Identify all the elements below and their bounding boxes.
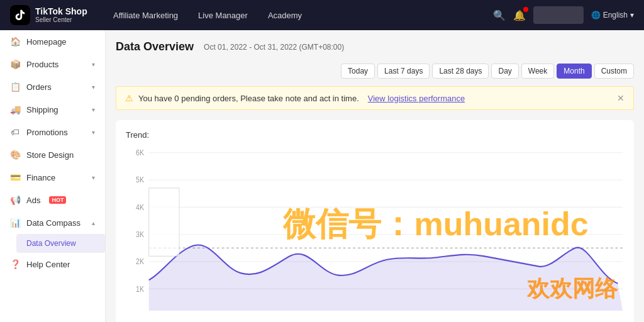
- shipping-chevron: ▾: [92, 106, 95, 113]
- nav-live-manager[interactable]: Live Manager: [198, 8, 248, 23]
- promotions-icon: 🏷: [10, 127, 20, 137]
- sidebar-item-help-center[interactable]: ❓ Help Center: [0, 253, 105, 275]
- svg-text:6K: 6K: [136, 148, 144, 157]
- logo-line2: Seller Center: [35, 16, 87, 24]
- data-compass-icon: 📊: [10, 218, 20, 228]
- nav-links: Affiliate Marketing Live Manager Academy: [113, 8, 478, 23]
- nav-affiliate-marketing[interactable]: Affiliate Marketing: [113, 8, 178, 23]
- sidebar-item-data-compass[interactable]: 📊 Data Compass ▴: [0, 211, 105, 234]
- alert-link[interactable]: View logistics performance: [368, 94, 465, 103]
- chart-container: Trend: 6K 5K 4K 3K 2K 1K: [116, 120, 634, 322]
- finance-icon: 💳: [10, 172, 20, 182]
- logo-line1: TikTok Shop: [35, 6, 87, 17]
- nav-academy[interactable]: Academy: [268, 8, 302, 23]
- sidebar-item-store-design[interactable]: 🎨 Store Design: [0, 143, 105, 166]
- chart-label: Trend:: [126, 130, 624, 140]
- ads-icon: 📢: [10, 195, 20, 205]
- nav-right: 🔍 🔔 🌐 English ▾: [493, 6, 634, 24]
- data-compass-chevron: ▴: [92, 219, 95, 226]
- sidebar-item-ads[interactable]: 📢 Ads HOT: [0, 189, 105, 211]
- orders-icon: 📋: [10, 82, 20, 92]
- time-btn-today[interactable]: Today: [341, 64, 375, 79]
- store-design-icon: 🎨: [10, 150, 20, 160]
- svg-text:1K: 1K: [136, 285, 144, 293]
- sidebar-item-promotions[interactable]: 🏷 Promotions ▾: [0, 121, 105, 143]
- time-btn-last7[interactable]: Last 7 days: [377, 64, 430, 79]
- products-chevron: ▾: [92, 61, 95, 68]
- products-icon: 📦: [10, 59, 20, 69]
- data-compass-submenu: Data Overview: [0, 234, 105, 253]
- time-filters: Today Last 7 days Last 28 days Day Week …: [341, 64, 634, 79]
- sidebar-item-orders[interactable]: 📋 Orders ▾: [0, 75, 105, 98]
- svg-text:5K: 5K: [136, 176, 144, 184]
- finance-chevron: ▾: [92, 174, 95, 181]
- trend-chart: 6K 5K 4K 3K 2K 1K: [126, 147, 624, 311]
- time-btn-month[interactable]: Month: [557, 64, 591, 79]
- home-icon: 🏠: [10, 36, 20, 47]
- ads-hot-badge: HOT: [49, 196, 66, 204]
- svg-text:4K: 4K: [136, 203, 144, 211]
- alert-icon: ⚠: [125, 93, 133, 103]
- svg-text:3K: 3K: [136, 230, 144, 238]
- time-btn-day[interactable]: Day: [491, 64, 518, 79]
- notification-icon-btn[interactable]: 🔔: [513, 9, 526, 21]
- promotions-chevron: ▾: [92, 129, 95, 136]
- sidebar-sub-item-data-overview[interactable]: Data Overview: [16, 234, 105, 253]
- alert-message: You have 0 pending orders, Please take n…: [138, 94, 359, 103]
- alert-banner: ⚠ You have 0 pending orders, Please take…: [116, 86, 634, 110]
- notification-badge: [523, 7, 528, 12]
- avatar-btn[interactable]: [533, 6, 584, 24]
- section-header: Data Overview Oct 01, 2022 - Oct 31, 202…: [116, 40, 634, 79]
- time-btn-custom[interactable]: Custom: [594, 64, 634, 79]
- orders-chevron: ▾: [92, 84, 95, 91]
- sidebar-item-homepage[interactable]: 🏠 Homepage: [0, 30, 105, 53]
- sidebar-item-finance[interactable]: 💳 Finance ▾: [0, 166, 105, 189]
- page-title: Data Overview: [116, 40, 194, 53]
- alert-close-btn[interactable]: ✕: [617, 93, 625, 103]
- sidebar: 🏠 Homepage 📦 Products ▾ 📋 Orders ▾ 🚚 Shi…: [0, 30, 106, 322]
- time-btn-week[interactable]: Week: [521, 64, 554, 79]
- tiktok-logo-icon: [10, 5, 30, 25]
- search-icon-btn[interactable]: 🔍: [493, 9, 506, 21]
- main-content: Data Overview Oct 01, 2022 - Oct 31, 202…: [106, 30, 644, 322]
- main-layout: 🏠 Homepage 📦 Products ▾ 📋 Orders ▾ 🚚 Shi…: [0, 30, 644, 322]
- svg-text:2K: 2K: [136, 258, 144, 266]
- svg-rect-13: [149, 188, 179, 256]
- chart-wrapper: 6K 5K 4K 3K 2K 1K: [126, 147, 624, 311]
- time-btn-last28[interactable]: Last 28 days: [432, 64, 489, 79]
- sidebar-item-products[interactable]: 📦 Products ▾: [0, 53, 105, 75]
- language-selector[interactable]: 🌐 English ▾: [591, 11, 634, 19]
- date-range: Oct 01, 2022 - Oct 31, 2022 (GMT+08:00): [204, 43, 344, 52]
- logo: TikTok Shop Seller Center: [10, 5, 98, 25]
- sidebar-item-shipping[interactable]: 🚚 Shipping ▾: [0, 98, 105, 121]
- top-nav: TikTok Shop Seller Center Affiliate Mark…: [0, 0, 644, 30]
- shipping-icon: 🚚: [10, 104, 20, 114]
- help-icon: ❓: [10, 259, 20, 269]
